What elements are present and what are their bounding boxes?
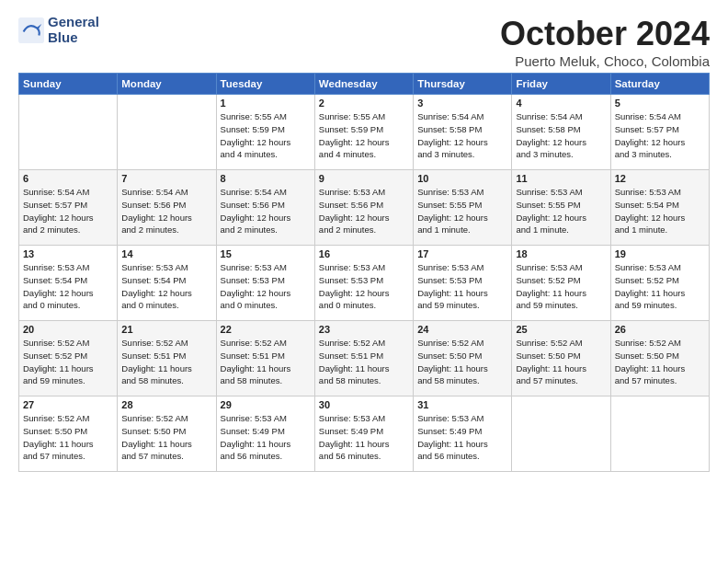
day-cell: 27Sunrise: 5:52 AMSunset: 5:50 PMDayligh…: [19, 396, 118, 472]
day-number: 13: [23, 248, 113, 259]
day-cell: 11Sunrise: 5:53 AMSunset: 5:55 PMDayligh…: [512, 170, 610, 246]
day-cell: [118, 95, 216, 170]
day-info: Sunrise: 5:52 AMSunset: 5:50 PMDaylight:…: [23, 412, 113, 463]
day-cell: [19, 95, 118, 170]
day-cell: 16Sunrise: 5:53 AMSunset: 5:53 PMDayligh…: [314, 246, 413, 321]
day-info: Sunrise: 5:53 AMSunset: 5:55 PMDaylight:…: [516, 186, 606, 236]
day-cell: 7Sunrise: 5:54 AMSunset: 5:56 PMDaylight…: [118, 170, 216, 246]
day-number: 15: [221, 248, 311, 259]
day-info: Sunrise: 5:53 AMSunset: 5:54 PMDaylight:…: [23, 261, 113, 312]
day-cell: 28Sunrise: 5:52 AMSunset: 5:50 PMDayligh…: [118, 396, 216, 472]
day-cell: 21Sunrise: 5:52 AMSunset: 5:51 PMDayligh…: [118, 321, 216, 396]
day-cell: 29Sunrise: 5:53 AMSunset: 5:49 PMDayligh…: [216, 396, 314, 472]
week-row: 6Sunrise: 5:54 AMSunset: 5:57 PMDaylight…: [19, 170, 710, 246]
day-info: Sunrise: 5:54 AMSunset: 5:56 PMDaylight:…: [121, 186, 211, 236]
location: Puerto Meluk, Choco, Colombia: [500, 53, 710, 69]
day-info: Sunrise: 5:53 AMSunset: 5:49 PMDaylight:…: [417, 412, 507, 463]
day-info: Sunrise: 5:52 AMSunset: 5:50 PMDaylight:…: [516, 337, 606, 387]
day-cell: 10Sunrise: 5:53 AMSunset: 5:55 PMDayligh…: [414, 170, 512, 246]
header-day: Monday: [118, 74, 216, 95]
day-info: Sunrise: 5:53 AMSunset: 5:49 PMDaylight:…: [319, 412, 409, 463]
title-block: October 2024 Puerto Meluk, Choco, Colomb…: [500, 15, 710, 69]
day-info: Sunrise: 5:54 AMSunset: 5:56 PMDaylight:…: [221, 186, 311, 236]
calendar-table: SundayMondayTuesdayWednesdayThursdayFrid…: [18, 73, 710, 472]
day-number: 27: [23, 399, 113, 410]
day-cell: 5Sunrise: 5:54 AMSunset: 5:57 PMDaylight…: [610, 95, 709, 170]
logo: General Blue: [18, 15, 99, 45]
day-cell: 20Sunrise: 5:52 AMSunset: 5:52 PMDayligh…: [19, 321, 118, 396]
day-number: 4: [516, 98, 606, 109]
day-info: Sunrise: 5:54 AMSunset: 5:58 PMDaylight:…: [516, 110, 606, 161]
day-number: 30: [319, 399, 409, 410]
day-number: 25: [516, 324, 606, 335]
logo-line1: General: [48, 15, 99, 30]
day-cell: 9Sunrise: 5:53 AMSunset: 5:56 PMDaylight…: [314, 170, 413, 246]
day-cell: 18Sunrise: 5:53 AMSunset: 5:52 PMDayligh…: [512, 246, 610, 321]
day-info: Sunrise: 5:55 AMSunset: 5:59 PMDaylight:…: [221, 110, 311, 161]
day-cell: [512, 396, 610, 472]
day-cell: 22Sunrise: 5:52 AMSunset: 5:51 PMDayligh…: [216, 321, 314, 396]
day-cell: 15Sunrise: 5:53 AMSunset: 5:53 PMDayligh…: [216, 246, 314, 321]
day-cell: 2Sunrise: 5:55 AMSunset: 5:59 PMDaylight…: [314, 95, 413, 170]
day-number: 9: [319, 173, 409, 184]
logo-line2: Blue: [48, 30, 99, 46]
day-cell: 25Sunrise: 5:52 AMSunset: 5:50 PMDayligh…: [512, 321, 610, 396]
day-info: Sunrise: 5:52 AMSunset: 5:51 PMDaylight:…: [221, 337, 311, 387]
logo-text: General Blue: [48, 15, 99, 45]
header-day: Friday: [512, 74, 610, 95]
day-number: 24: [417, 324, 507, 335]
day-cell: 23Sunrise: 5:52 AMSunset: 5:51 PMDayligh…: [314, 321, 413, 396]
month-title: October 2024: [500, 15, 710, 53]
day-cell: 6Sunrise: 5:54 AMSunset: 5:57 PMDaylight…: [19, 170, 118, 246]
logo-icon: [18, 17, 44, 43]
day-info: Sunrise: 5:53 AMSunset: 5:56 PMDaylight:…: [319, 186, 409, 236]
day-info: Sunrise: 5:53 AMSunset: 5:53 PMDaylight:…: [319, 261, 409, 312]
day-info: Sunrise: 5:53 AMSunset: 5:49 PMDaylight:…: [221, 412, 311, 463]
day-cell: 12Sunrise: 5:53 AMSunset: 5:54 PMDayligh…: [610, 170, 709, 246]
day-number: 31: [417, 399, 507, 410]
day-number: 23: [319, 324, 409, 335]
page: General Blue October 2024 Puerto Meluk, …: [0, 0, 728, 481]
day-info: Sunrise: 5:53 AMSunset: 5:52 PMDaylight:…: [516, 261, 606, 312]
header-day: Tuesday: [216, 74, 314, 95]
day-cell: 1Sunrise: 5:55 AMSunset: 5:59 PMDaylight…: [216, 95, 314, 170]
day-number: 28: [121, 399, 211, 410]
day-cell: 14Sunrise: 5:53 AMSunset: 5:54 PMDayligh…: [118, 246, 216, 321]
day-number: 11: [516, 173, 606, 184]
day-cell: [610, 396, 709, 472]
day-info: Sunrise: 5:53 AMSunset: 5:53 PMDaylight:…: [417, 261, 507, 312]
day-number: 17: [417, 248, 507, 259]
day-cell: 26Sunrise: 5:52 AMSunset: 5:50 PMDayligh…: [610, 321, 709, 396]
header: General Blue October 2024 Puerto Meluk, …: [18, 15, 710, 69]
week-row: 1Sunrise: 5:55 AMSunset: 5:59 PMDaylight…: [19, 95, 710, 170]
header-day: Saturday: [610, 74, 709, 95]
header-day: Thursday: [414, 74, 512, 95]
day-number: 18: [516, 248, 606, 259]
day-cell: 31Sunrise: 5:53 AMSunset: 5:49 PMDayligh…: [414, 396, 512, 472]
day-number: 5: [615, 98, 705, 109]
day-cell: 4Sunrise: 5:54 AMSunset: 5:58 PMDaylight…: [512, 95, 610, 170]
day-cell: 13Sunrise: 5:53 AMSunset: 5:54 PMDayligh…: [19, 246, 118, 321]
day-number: 6: [23, 173, 113, 184]
day-info: Sunrise: 5:53 AMSunset: 5:53 PMDaylight:…: [221, 261, 311, 312]
day-number: 8: [221, 173, 311, 184]
day-number: 21: [121, 324, 211, 335]
day-number: 2: [319, 98, 409, 109]
day-info: Sunrise: 5:53 AMSunset: 5:54 PMDaylight:…: [121, 261, 211, 312]
day-info: Sunrise: 5:54 AMSunset: 5:57 PMDaylight:…: [23, 186, 113, 236]
day-number: 20: [23, 324, 113, 335]
day-number: 22: [221, 324, 311, 335]
day-cell: 24Sunrise: 5:52 AMSunset: 5:50 PMDayligh…: [414, 321, 512, 396]
day-number: 14: [121, 248, 211, 259]
week-row: 27Sunrise: 5:52 AMSunset: 5:50 PMDayligh…: [19, 396, 710, 472]
day-cell: 17Sunrise: 5:53 AMSunset: 5:53 PMDayligh…: [414, 246, 512, 321]
day-number: 3: [417, 98, 507, 109]
header-day: Sunday: [19, 74, 118, 95]
day-info: Sunrise: 5:54 AMSunset: 5:58 PMDaylight:…: [417, 110, 507, 161]
day-number: 1: [221, 98, 311, 109]
day-number: 29: [221, 399, 311, 410]
day-info: Sunrise: 5:52 AMSunset: 5:52 PMDaylight:…: [23, 337, 113, 387]
week-row: 20Sunrise: 5:52 AMSunset: 5:52 PMDayligh…: [19, 321, 710, 396]
day-info: Sunrise: 5:53 AMSunset: 5:54 PMDaylight:…: [615, 186, 705, 236]
day-cell: 8Sunrise: 5:54 AMSunset: 5:56 PMDaylight…: [216, 170, 314, 246]
